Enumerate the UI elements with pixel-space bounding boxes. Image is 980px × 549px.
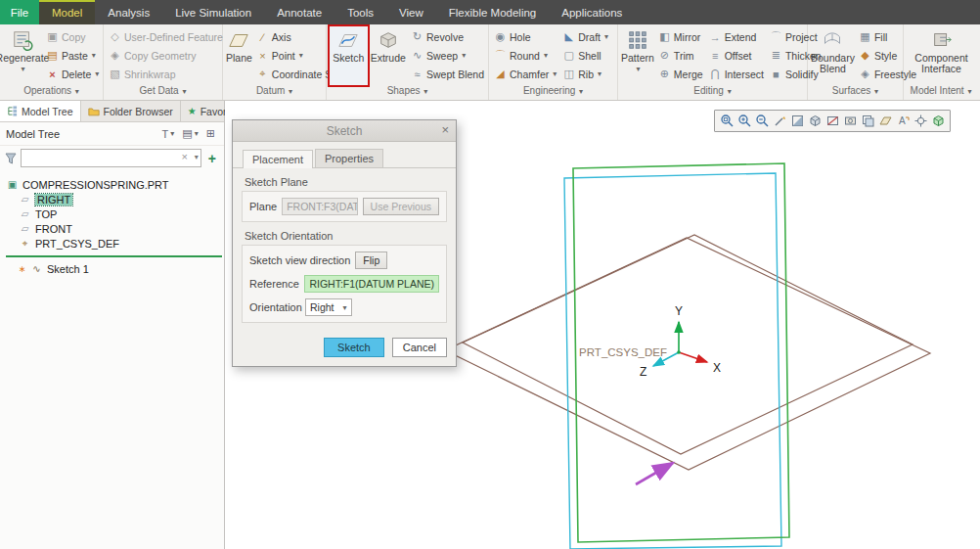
display-style-button[interactable] <box>807 114 823 129</box>
group-label-operations[interactable]: Operations ▾ <box>0 85 103 100</box>
round-button[interactable]: ⌒ Round ▾ <box>492 46 558 65</box>
swept-blend-button[interactable]: ≈ Swept Blend <box>409 65 486 83</box>
orientation-select[interactable]: Right ▾ <box>305 298 352 316</box>
navigator-tabs: Model Tree Folder Browser ★ Favorites <box>0 101 224 122</box>
group-label-editing[interactable]: Editing ▾ <box>618 85 807 100</box>
orientation-mode-button[interactable] <box>930 114 946 129</box>
tab-analysis[interactable]: Analysis <box>95 0 162 24</box>
tree-item-sketch-1[interactable]: ∗ ∿ Sketch 1 <box>6 261 224 276</box>
tab-model[interactable]: Model <box>39 0 95 24</box>
shell-button[interactable]: ▢ Shell <box>560 46 610 65</box>
tab-model-tree[interactable]: Model Tree <box>0 101 81 121</box>
tab-view[interactable]: View <box>386 0 436 24</box>
group-label-get-data[interactable]: Get Data ▾ <box>104 85 222 100</box>
revolve-button[interactable]: ↻ Revolve <box>409 27 486 46</box>
sketch-dialog-title: Sketch <box>327 124 363 138</box>
shrinkwrap-button[interactable]: ▧ Shrinkwrap <box>107 65 225 83</box>
close-icon[interactable]: × <box>441 122 449 137</box>
tree-display-options-button[interactable]: ▤ ▾ <box>179 126 200 141</box>
tree-filters-button[interactable]: T ▾ <box>159 127 178 141</box>
extrude-button[interactable]: Extrude <box>370 26 408 85</box>
boundary-blend-button[interactable]: Boundary Blend <box>811 26 855 85</box>
group-label-model-intent-text: Model Intent <box>911 85 964 96</box>
pattern-button[interactable]: Pattern ▾ <box>621 26 654 85</box>
datum-plane-brown-outer <box>445 238 930 470</box>
merge-button[interactable]: ⊕ Merge <box>656 65 705 83</box>
star-icon: ★ <box>188 106 197 116</box>
tab-annotate[interactable]: Annotate <box>264 0 334 24</box>
intersect-button[interactable]: ⋂ Intersect <box>707 65 766 83</box>
spin-center-button[interactable] <box>913 114 928 129</box>
sketch-dialog-titlebar[interactable]: Sketch × <box>233 120 456 142</box>
plane-button[interactable]: Plane <box>226 26 252 85</box>
shading-button[interactable] <box>789 114 805 129</box>
saved-orientations-button[interactable] <box>842 114 858 129</box>
plane-field[interactable]: FRONT:F3(DATU <box>282 198 357 215</box>
tab-flexible-modeling[interactable]: Flexible Modeling <box>436 0 550 24</box>
component-interface-button[interactable]: Component Interface <box>916 26 967 85</box>
trim-button[interactable]: ⊘ Trim <box>656 46 705 65</box>
offset-button[interactable]: ≡ Offset <box>707 46 766 65</box>
tab-tools[interactable]: Tools <box>334 0 386 24</box>
add-filter-button[interactable]: + <box>205 151 219 166</box>
refit-button[interactable] <box>719 114 735 129</box>
sketch-label: Sketch <box>333 53 364 64</box>
model-tree-title: Model Tree <box>6 128 60 140</box>
tab-folder-browser[interactable]: Folder Browser <box>81 101 181 121</box>
tree-item-csys[interactable]: ⌖ PRT_CSYS_DEF <box>6 236 224 251</box>
reference-field[interactable]: RIGHT:F1(DATUM PLANE) <box>304 275 439 293</box>
group-label-shapes[interactable]: Shapes ▾ <box>327 85 488 100</box>
group-label-datum[interactable]: Datum ▾ <box>223 85 326 100</box>
zoom-in-button[interactable] <box>736 114 752 129</box>
section-view-button[interactable] <box>824 114 840 129</box>
repaint-button[interactable] <box>772 114 787 129</box>
hole-button[interactable]: ◉ Hole <box>492 27 558 46</box>
clear-filter-icon[interactable]: × <box>181 151 187 162</box>
offset-icon: ≡ <box>709 50 722 62</box>
insert-here-indicator[interactable] <box>6 255 222 257</box>
tree-item-top[interactable]: ▱ TOP <box>6 206 224 221</box>
group-label-model-intent[interactable]: Model Intent ▾ <box>904 85 978 100</box>
sketch-button[interactable]: Sketch <box>330 26 368 85</box>
chevron-down-icon: ▾ <box>553 69 557 78</box>
tree-item-right[interactable]: ▱ RIGHT <box>6 192 224 206</box>
tab-file[interactable]: File <box>0 0 39 24</box>
tab-model-tree-label: Model Tree <box>22 106 73 117</box>
group-label-engineering[interactable]: Engineering ▾ <box>489 85 617 100</box>
flip-button[interactable]: Flip <box>355 252 387 269</box>
copy-button[interactable]: ▣ Copy <box>44 27 101 46</box>
draft-button[interactable]: ◣ Draft ▾ <box>560 27 610 46</box>
regenerate-button[interactable]: Regenerate ▾ <box>3 26 42 85</box>
tree-columns-button[interactable]: ⊞ <box>203 126 218 141</box>
use-previous-button[interactable]: Use Previous <box>363 198 439 215</box>
sweep-button[interactable]: ∿ Sweep ▾ <box>409 46 486 65</box>
tab-properties[interactable]: Properties <box>315 149 383 167</box>
rib-button[interactable]: ◫ Rib ▾ <box>560 65 610 83</box>
user-defined-feature-button[interactable]: ◇ User-Defined Feature <box>107 27 225 46</box>
sketch-icon <box>335 28 361 52</box>
tab-placement[interactable]: Placement <box>243 150 313 168</box>
cancel-button[interactable]: Cancel <box>392 338 447 357</box>
zoom-out-button[interactable] <box>754 114 770 129</box>
tree-item-front[interactable]: ▱ FRONT <box>6 221 224 236</box>
chevron-down-icon[interactable]: ▾ <box>195 153 199 161</box>
sketch-confirm-button[interactable]: Sketch <box>324 338 384 357</box>
tree-item-root[interactable]: ▣ COMPRESSIONSPRING.PRT <box>6 177 224 192</box>
group-label-surfaces[interactable]: Surfaces ▾ <box>808 85 903 100</box>
datum-display-button[interactable] <box>877 114 893 129</box>
copy-geometry-button[interactable]: ◈ Copy Geometry <box>107 46 225 65</box>
tree-filter-icon: T <box>162 128 169 140</box>
paste-button[interactable]: ▤ Paste ▾ <box>44 46 101 65</box>
view-manager-button[interactable] <box>860 114 875 129</box>
tab-applications[interactable]: Applications <box>549 0 635 24</box>
mirror-button[interactable]: ◧ Mirror <box>656 27 705 46</box>
chamfer-button[interactable]: ◢ Chamfer ▾ <box>492 65 558 83</box>
extend-button[interactable]: → Extend <box>707 27 766 46</box>
delete-button[interactable]: × Delete ▾ <box>44 65 101 83</box>
funnel-icon <box>5 153 17 164</box>
tab-live-simulation[interactable]: Live Simulation <box>162 0 264 24</box>
revolve-icon: ↻ <box>411 30 423 43</box>
annotation-display-button[interactable]: A <box>895 114 911 129</box>
model-tree-filter-input[interactable] <box>21 149 201 167</box>
chevron-down-icon: ▾ <box>289 87 292 96</box>
